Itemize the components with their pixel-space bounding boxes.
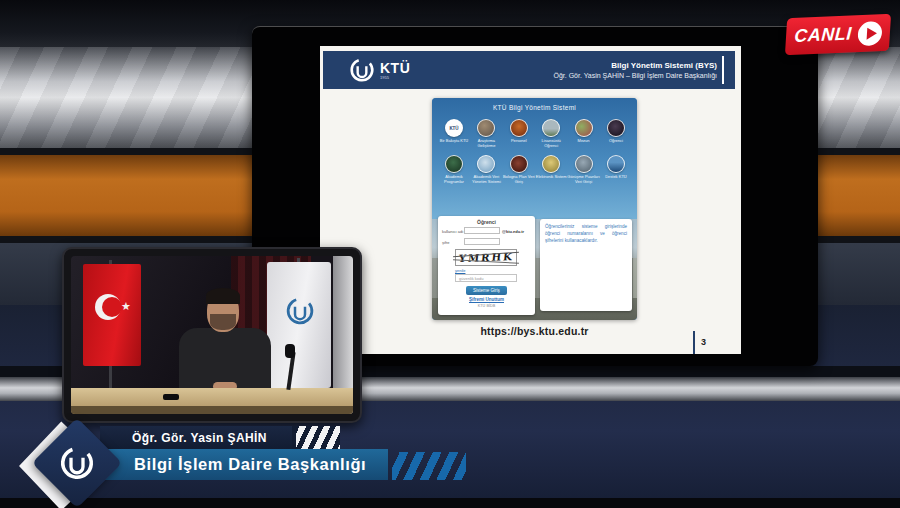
studio-scene: ★ [71, 256, 353, 414]
tile-label: Araştırma Geliştirme [469, 139, 503, 148]
tile-icon [607, 155, 625, 173]
lower-third-name-bar: Öğr. Gör. Yasin ŞAHİN [100, 426, 292, 449]
tile-icon [477, 119, 495, 137]
tile-destek[interactable]: Destek KTÜ [601, 155, 631, 184]
tile-row-2: Akademik Programlar Akademik Veri Yöneti… [439, 155, 631, 184]
presenter-beard [210, 314, 236, 330]
slide-title: Bilgi Yönetim Sistemi (BYS) [611, 61, 717, 70]
tile-label: Akademik Programlar [437, 175, 471, 184]
crescent-icon-cut [102, 297, 122, 317]
login-submit-button[interactable]: Sisteme Giriş [466, 286, 507, 295]
bys-url: https://bys.ktu.edu.tr [432, 325, 637, 337]
tile-icon [477, 155, 495, 173]
tile-label: Lisansüstü Öğrenci [534, 139, 568, 148]
name-bar-stripes [292, 426, 340, 449]
tile-label: Bologna Plan Veri Giriş [502, 175, 536, 184]
login-title: Öğrenci [438, 219, 535, 225]
desk-edge [71, 406, 353, 414]
tile-icon [542, 155, 560, 173]
tile-icon [542, 119, 560, 137]
tile-icon [575, 155, 593, 173]
tile-label: Personel [502, 139, 536, 144]
slide-subtitle: Öğr. Gör. Yasin ŞAHİN – Bilgi İşlem Dair… [553, 72, 717, 79]
page-number-divider [693, 331, 695, 354]
tile-icon: KTÜ [445, 119, 463, 137]
tile-label: Öğrenci [599, 139, 633, 144]
tile-icon [607, 119, 625, 137]
tile-label: Akademik Veri Yönetim Sistemi [469, 175, 503, 184]
student-info-text: Öğrencilerimiz sisteme girişlerinde öğre… [545, 224, 627, 245]
presenter-name: Öğr. Gör. Yasin ŞAHİN [132, 431, 267, 445]
captcha-code-input[interactable]: güvenlik kodu [455, 274, 517, 282]
page-number: 3 [701, 337, 706, 347]
tile-arastirma[interactable]: Araştırma Geliştirme [471, 119, 501, 148]
ktu-emblem-icon [349, 57, 375, 83]
tile-row-1: KTÜ Bir Bakışta KTÜ Araştırma Geliştirme… [439, 119, 631, 148]
tile-icon [445, 155, 463, 173]
tile-ogrenci[interactable]: Öğrenci [601, 119, 631, 148]
tile-elektronik[interactable]: Elektronik Sistem [536, 155, 566, 184]
microphone-icon [285, 344, 295, 358]
presenter-hair [206, 288, 240, 304]
login-fine-print: KTÜ BİDB [438, 304, 535, 308]
ktu-logo: KTÜ 1955 [349, 57, 410, 83]
play-icon [857, 21, 882, 46]
forgot-password-link[interactable]: Şifremi Unuttum [438, 297, 535, 302]
presenter-video: ★ [62, 247, 362, 423]
bys-webpage-screenshot: KTÜ Bilgi Yönetim Sistemi KTÜ Bir Bakışt… [432, 98, 637, 320]
lower-third-department-bar: Bilgi İşlem Daire Başkanlığı [100, 449, 388, 480]
department-bar-stripes [392, 452, 466, 480]
password-label: şifre [442, 240, 450, 245]
background-foot [0, 498, 900, 508]
slide-header-divider [722, 56, 724, 84]
remote-control [163, 394, 179, 400]
department-name: Bilgi İşlem Daire Başkanlığı [134, 455, 366, 474]
broadcast-frame: KTÜ 1955 Bilgi Yönetim Sistemi (BYS) Öğr… [0, 0, 900, 508]
password-input[interactable] [464, 238, 500, 245]
tile-icon [510, 119, 528, 137]
username-domain: @ktu.edu.tr [502, 229, 524, 234]
webpage-title: KTÜ Bilgi Yönetim Sistemi [432, 104, 637, 111]
live-badge-label: CANLI [794, 23, 853, 47]
ktu-logo-text: KTÜ [380, 61, 410, 75]
tile-akademik-programlar[interactable]: Akademik Programlar [439, 155, 469, 184]
login-card: Öğrenci kullanıcı adı @ktu.edu.tr şifre … [438, 216, 535, 315]
diagonal-stripes [296, 426, 340, 449]
tile-label: Elektronik Sistem [534, 175, 568, 180]
tile-icon [575, 119, 593, 137]
tile-gorusme-puanlari[interactable]: Görüşme Puanları Veri Girişi [569, 155, 599, 184]
slide: KTÜ 1955 Bilgi Yönetim Sistemi (BYS) Öğr… [320, 46, 741, 354]
tile-label: Mezun [567, 139, 601, 144]
tile-label: Destek KTÜ [599, 175, 633, 180]
tile-icon [510, 155, 528, 173]
turkish-flag: ★ [83, 264, 141, 366]
tile-bir-bakista-ktu[interactable]: KTÜ Bir Bakışta KTÜ [439, 119, 469, 148]
slide-header-titles: Bilgi Yönetim Sistemi (BYS) Öğr. Gör. Ya… [553, 51, 717, 89]
tile-label: Görüşme Puanları Veri Girişi [567, 175, 601, 184]
tile-lisansustu[interactable]: Lisansüstü Öğrenci [536, 119, 566, 148]
tile-label: Bir Bakışta KTÜ [437, 139, 471, 144]
slide-header: KTÜ 1955 Bilgi Yönetim Sistemi (BYS) Öğr… [323, 51, 735, 89]
ktu-emblem-icon [59, 445, 95, 481]
star-icon: ★ [121, 300, 131, 313]
ktu-flag-emblem-icon [285, 296, 315, 326]
captcha-refresh-link[interactable]: yenile [455, 268, 465, 273]
tile-personel[interactable]: Personel [504, 119, 534, 148]
tile-akademik-veri[interactable]: Akademik Veri Yönetim Sistemi [471, 155, 501, 184]
username-label: kullanıcı adı [442, 229, 463, 234]
tile-mezun[interactable]: Mezun [569, 119, 599, 148]
live-badge: CANLI [785, 14, 891, 56]
info-card: Öğrencilerimiz sisteme girişlerinde öğre… [540, 219, 632, 311]
tile-ktu-mark: KTÜ [449, 126, 458, 131]
tile-bologna[interactable]: Bologna Plan Veri Giriş [504, 155, 534, 184]
username-input[interactable] [464, 227, 500, 234]
